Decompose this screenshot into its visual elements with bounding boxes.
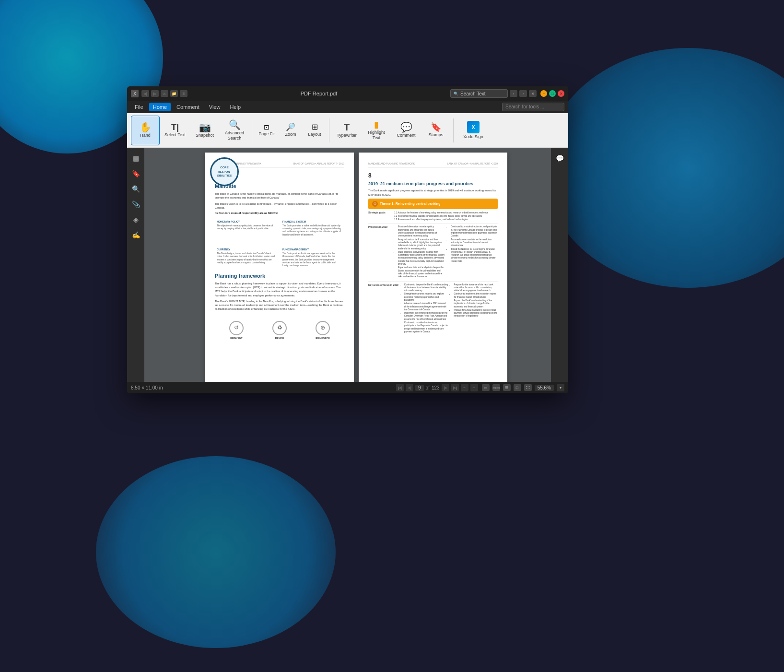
title-menu-btn[interactable]: ≡ — [180, 90, 187, 97]
page-right-header-text: MANDATE AND PLANNING FRAMEWORK — [368, 162, 415, 165]
focus-item-6: Prepare for the issuance of the next ban… — [454, 283, 498, 293]
focus-item-2: Strengthen economic models and explore e… — [404, 293, 448, 302]
focus-item-8: Expand the Bank's understanding of the i… — [454, 299, 498, 308]
view-fullscreen-btn[interactable]: ⛶ — [524, 384, 532, 391]
zoom-icon: 🔎 — [286, 123, 295, 131]
advanced-search-label: Advanced Search — [222, 130, 247, 141]
page-fit-label: Page Fit — [258, 131, 275, 137]
sidebar-attachments[interactable]: 📎 — [129, 198, 142, 211]
prev-page-btn[interactable]: ◁ — [406, 384, 413, 391]
table-row-progress: Progress in 2019 Evaluated alternative m… — [368, 225, 498, 281]
highlight-text-icon: ▮ — [374, 120, 379, 129]
footer-icons: ↺ REINVENT ♻ RENEW ⊕ REINFORCE — [215, 317, 344, 340]
title-search-input[interactable]: Search Text — [450, 89, 508, 98]
first-page-btn[interactable]: |◁ — [396, 384, 404, 391]
sidebar-thumbnails[interactable]: ▤ — [129, 152, 142, 165]
close-button[interactable]: ✕ — [558, 90, 564, 97]
tool-select-text[interactable]: T| Select Text — [161, 116, 189, 145]
tool-highlight-text[interactable]: ▮ Highlight Text — [362, 116, 391, 145]
core-financial-title: FINANCIAL SYSTEM — [282, 220, 342, 224]
theme-block: ① Theme 1: Reinventing central banking — [368, 199, 498, 209]
xodo-sign-label: Xodo Sign — [463, 134, 483, 140]
mandate-intro: The Bank of Canada is the nation's centr… — [215, 192, 344, 200]
title-home-btn[interactable]: ⌂ — [161, 90, 168, 97]
renew-label: RENEW — [275, 337, 284, 340]
page-right-header: MANDATE AND PLANNING FRAMEWORK BANK OF C… — [368, 162, 498, 168]
page-left-sub-header: BANK OF CANADA • ANNUAL REPORT • 2019 — [293, 162, 344, 165]
prev-match-btn[interactable]: ‹ — [510, 90, 517, 97]
zoom-dropdown-btn[interactable]: ▾ — [557, 384, 564, 391]
right-panel: 💬 — [551, 148, 568, 382]
tool-stamps[interactable]: 🔖 Stamps — [421, 116, 450, 145]
zoom-out-btn[interactable]: − — [461, 384, 468, 391]
menu-comment[interactable]: Comment — [173, 103, 203, 111]
menu-file[interactable]: File — [131, 103, 147, 111]
background-blob-2 — [544, 48, 784, 288]
close-search-btn[interactable]: ✕ — [529, 90, 537, 97]
menu-search-tools[interactable]: Search for tools ... — [502, 103, 564, 111]
tool-page-fit[interactable]: ⊡ Page Fit — [255, 116, 278, 145]
sidebar-layers[interactable]: ◈ — [129, 213, 142, 226]
planning-text: The Bank has a robust planning framework… — [215, 282, 344, 297]
last-page-btn[interactable]: ▷| — [451, 384, 459, 391]
page-right-sub-header: BANK OF CANADA • ANNUAL REPORT • 2019 — [447, 162, 498, 165]
view-double-btn[interactable]: ▭▭ — [492, 384, 500, 391]
maximize-button[interactable]: □ — [549, 90, 556, 97]
zoom-label: Zoom — [285, 132, 296, 137]
status-dimensions: 8.50 × 11.00 in — [131, 385, 392, 390]
table-row-goals: Strategic goals 1.1 Advance the frontier… — [368, 211, 498, 224]
zoom-in-btn[interactable]: + — [470, 384, 478, 391]
view-scroll-btn[interactable]: ☰ — [503, 384, 511, 391]
title-search-area: Search Text ‹ › ✕ — [450, 89, 537, 98]
core-area-financial: FINANCIAL SYSTEM The Bank promotes a sta… — [281, 218, 344, 238]
reinforce-icon: ⊕ REINFORCE — [316, 321, 330, 340]
menu-view[interactable]: View — [205, 103, 224, 111]
view-single-btn[interactable]: ▭ — [482, 384, 490, 391]
tool-typewriter[interactable]: T Typewriter — [332, 116, 361, 145]
next-page-btn[interactable]: ▷ — [442, 384, 449, 391]
tool-advanced-search[interactable]: 🔍 Advanced Search — [220, 116, 249, 145]
snapshot-label: Snapshot — [196, 133, 214, 138]
window-controls: − □ ✕ — [540, 90, 564, 97]
tool-comment[interactable]: 💬 Comment — [392, 116, 421, 145]
tool-xodo-sign[interactable]: X Xodo Sign — [456, 116, 490, 145]
menu-home[interactable]: Home — [149, 103, 171, 111]
title-forward-btn[interactable]: ▷ — [151, 90, 159, 97]
status-navigation: |◁ ◁ 9 of 123 ▷ ▷| − + — [396, 384, 478, 391]
search-text-label: Search Text — [460, 91, 486, 96]
stamps-label: Stamps — [429, 132, 444, 138]
minimize-button[interactable]: − — [540, 90, 547, 97]
goals-label: Strategic goals — [368, 211, 392, 214]
window-title: PDF Report.pdf — [187, 91, 450, 96]
tool-zoom[interactable]: 🔎 Zoom — [279, 116, 302, 145]
next-match-btn[interactable]: › — [519, 90, 527, 97]
sidebar-signatures[interactable]: ✍ — [129, 228, 142, 242]
tool-snapshot[interactable]: 📷 Snapshot — [190, 116, 219, 145]
page-separator: of — [426, 385, 430, 390]
sidebar-bookmarks[interactable]: 🔖 — [129, 167, 142, 180]
chat-icon[interactable]: 💬 — [553, 152, 566, 165]
title-back-btn[interactable]: ◁ — [141, 90, 149, 97]
reinvent-label: REINVENT — [230, 337, 242, 340]
renew-circle: ♻ — [272, 321, 287, 335]
title-bar: X ◁ ▷ ⌂ 📁 ≡ PDF Report.pdf Search Text ‹… — [127, 86, 568, 101]
focus-item-3: Advance research toward the 2021 renewal… — [404, 302, 448, 311]
tool-layout[interactable]: ⊞ Layout — [303, 116, 326, 145]
sidebar-search[interactable]: 🔍 — [129, 182, 142, 196]
title-folder-btn[interactable]: 📁 — [170, 90, 178, 97]
menu-help[interactable]: Help — [226, 103, 245, 111]
current-page[interactable]: 9 — [415, 385, 424, 391]
left-sidebar: ▤ 🔖 🔍 📎 ◈ ✍ — [127, 148, 144, 382]
tool-hand[interactable]: ✋ Hand — [131, 116, 160, 145]
mtp-main-title: 2019–21 medium-term plan: progress and p… — [368, 181, 498, 187]
progress-item-4: Expanded new data and analysis to deepen… — [398, 266, 445, 278]
core-funds-title: FUNDS MANAGEMENT — [282, 248, 342, 251]
select-text-icon: T| — [171, 123, 179, 131]
snapshot-icon: 📷 — [199, 122, 211, 132]
zoom-level[interactable]: 55.6% — [535, 385, 554, 391]
core-area-currency: CURRENCY The Bank designs, issues and di… — [215, 246, 279, 269]
xodo-logo: X — [467, 121, 480, 133]
select-text-label: Select Text — [164, 132, 186, 138]
view-fit-btn[interactable]: ⊡ — [514, 384, 521, 391]
theme-title: Theme 1: Reinventing central banking — [380, 201, 440, 206]
